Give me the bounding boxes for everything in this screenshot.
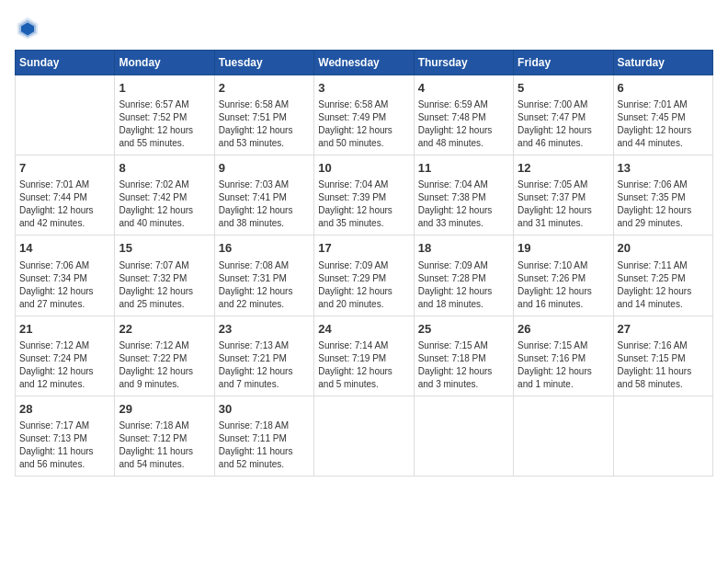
day-number: 13 bbox=[618, 160, 709, 177]
calendar-week-row: 21Sunrise: 7:12 AM Sunset: 7:24 PM Dayli… bbox=[16, 316, 713, 396]
day-info: Sunrise: 6:57 AM Sunset: 7:52 PM Dayligh… bbox=[119, 98, 210, 150]
day-info: Sunrise: 7:13 AM Sunset: 7:21 PM Dayligh… bbox=[219, 339, 310, 391]
weekday-header: Thursday bbox=[414, 51, 513, 75]
calendar-day-cell bbox=[514, 396, 613, 476]
calendar-day-cell: 25Sunrise: 7:15 AM Sunset: 7:18 PM Dayli… bbox=[414, 316, 513, 396]
calendar-day-cell: 13Sunrise: 7:06 AM Sunset: 7:35 PM Dayli… bbox=[613, 155, 712, 236]
day-number: 2 bbox=[219, 80, 310, 97]
day-info: Sunrise: 7:05 AM Sunset: 7:37 PM Dayligh… bbox=[518, 178, 609, 230]
day-number: 26 bbox=[518, 321, 609, 338]
calendar-day-cell: 5Sunrise: 7:00 AM Sunset: 7:47 PM Daylig… bbox=[514, 75, 613, 155]
day-info: Sunrise: 7:01 AM Sunset: 7:45 PM Dayligh… bbox=[618, 98, 709, 150]
day-info: Sunrise: 7:15 AM Sunset: 7:18 PM Dayligh… bbox=[418, 339, 509, 391]
day-number: 20 bbox=[618, 240, 709, 257]
day-number: 29 bbox=[119, 401, 210, 418]
calendar-day-cell: 11Sunrise: 7:04 AM Sunset: 7:38 PM Dayli… bbox=[414, 155, 513, 236]
calendar-day-cell: 24Sunrise: 7:14 AM Sunset: 7:19 PM Dayli… bbox=[314, 316, 414, 396]
weekday-header: Tuesday bbox=[214, 51, 313, 75]
day-number: 3 bbox=[318, 80, 409, 97]
calendar-table: SundayMondayTuesdayWednesdayThursdayFrid… bbox=[15, 50, 713, 477]
calendar-day-cell: 28Sunrise: 7:17 AM Sunset: 7:13 PM Dayli… bbox=[16, 396, 115, 476]
calendar-day-cell bbox=[414, 396, 513, 476]
day-number: 11 bbox=[418, 160, 509, 177]
calendar-day-cell: 16Sunrise: 7:08 AM Sunset: 7:31 PM Dayli… bbox=[214, 236, 313, 316]
page-header bbox=[15, 15, 713, 40]
day-number: 21 bbox=[19, 321, 110, 338]
calendar-day-cell: 15Sunrise: 7:07 AM Sunset: 7:32 PM Dayli… bbox=[115, 236, 214, 316]
day-number: 12 bbox=[518, 160, 609, 177]
day-info: Sunrise: 6:58 AM Sunset: 7:49 PM Dayligh… bbox=[318, 98, 409, 150]
calendar-day-cell: 6Sunrise: 7:01 AM Sunset: 7:45 PM Daylig… bbox=[613, 75, 712, 155]
day-info: Sunrise: 7:06 AM Sunset: 7:35 PM Dayligh… bbox=[618, 178, 709, 230]
calendar-week-row: 7Sunrise: 7:01 AM Sunset: 7:44 PM Daylig… bbox=[16, 155, 713, 236]
day-info: Sunrise: 7:02 AM Sunset: 7:42 PM Dayligh… bbox=[119, 178, 210, 230]
day-number: 8 bbox=[119, 160, 210, 177]
day-number: 16 bbox=[219, 240, 310, 257]
calendar-day-cell: 19Sunrise: 7:10 AM Sunset: 7:26 PM Dayli… bbox=[514, 236, 613, 316]
weekday-header: Saturday bbox=[613, 51, 712, 75]
day-number: 1 bbox=[119, 80, 210, 97]
day-number: 10 bbox=[318, 160, 409, 177]
day-info: Sunrise: 7:10 AM Sunset: 7:26 PM Dayligh… bbox=[518, 259, 609, 311]
day-number: 22 bbox=[119, 321, 210, 338]
day-info: Sunrise: 7:08 AM Sunset: 7:31 PM Dayligh… bbox=[219, 259, 310, 311]
weekday-header: Monday bbox=[115, 51, 214, 75]
calendar-day-cell: 12Sunrise: 7:05 AM Sunset: 7:37 PM Dayli… bbox=[514, 155, 613, 236]
day-info: Sunrise: 7:14 AM Sunset: 7:19 PM Dayligh… bbox=[318, 339, 409, 391]
calendar-week-row: 1Sunrise: 6:57 AM Sunset: 7:52 PM Daylig… bbox=[16, 75, 713, 155]
calendar-day-cell: 17Sunrise: 7:09 AM Sunset: 7:29 PM Dayli… bbox=[314, 236, 414, 316]
calendar-day-cell: 7Sunrise: 7:01 AM Sunset: 7:44 PM Daylig… bbox=[16, 155, 115, 236]
calendar-day-cell: 3Sunrise: 6:58 AM Sunset: 7:49 PM Daylig… bbox=[314, 75, 414, 155]
calendar-day-cell: 18Sunrise: 7:09 AM Sunset: 7:28 PM Dayli… bbox=[414, 236, 513, 316]
day-number: 7 bbox=[19, 160, 110, 177]
calendar-day-cell: 2Sunrise: 6:58 AM Sunset: 7:51 PM Daylig… bbox=[214, 75, 313, 155]
day-number: 4 bbox=[418, 80, 509, 97]
day-number: 27 bbox=[618, 321, 709, 338]
calendar-day-cell: 27Sunrise: 7:16 AM Sunset: 7:15 PM Dayli… bbox=[613, 316, 712, 396]
day-info: Sunrise: 7:12 AM Sunset: 7:24 PM Dayligh… bbox=[19, 339, 110, 391]
calendar-day-cell: 1Sunrise: 6:57 AM Sunset: 7:52 PM Daylig… bbox=[115, 75, 214, 155]
calendar-day-cell: 14Sunrise: 7:06 AM Sunset: 7:34 PM Dayli… bbox=[16, 236, 115, 316]
day-number: 23 bbox=[219, 321, 310, 338]
day-number: 24 bbox=[318, 321, 409, 338]
day-number: 17 bbox=[318, 240, 409, 257]
day-number: 6 bbox=[618, 80, 709, 97]
day-info: Sunrise: 7:04 AM Sunset: 7:39 PM Dayligh… bbox=[318, 178, 409, 230]
weekday-header: Wednesday bbox=[314, 51, 414, 75]
day-info: Sunrise: 7:09 AM Sunset: 7:29 PM Dayligh… bbox=[318, 259, 409, 311]
calendar-day-cell bbox=[314, 396, 414, 476]
day-info: Sunrise: 7:07 AM Sunset: 7:32 PM Dayligh… bbox=[119, 259, 210, 311]
day-number: 15 bbox=[119, 240, 210, 257]
calendar-day-cell: 10Sunrise: 7:04 AM Sunset: 7:39 PM Dayli… bbox=[314, 155, 414, 236]
day-info: Sunrise: 7:17 AM Sunset: 7:13 PM Dayligh… bbox=[19, 419, 110, 471]
day-info: Sunrise: 7:11 AM Sunset: 7:25 PM Dayligh… bbox=[618, 259, 709, 311]
day-number: 25 bbox=[418, 321, 509, 338]
logo-icon bbox=[15, 15, 40, 40]
calendar-day-cell bbox=[613, 396, 712, 476]
weekday-header: Friday bbox=[514, 51, 613, 75]
calendar-day-cell: 29Sunrise: 7:18 AM Sunset: 7:12 PM Dayli… bbox=[115, 396, 214, 476]
day-info: Sunrise: 7:04 AM Sunset: 7:38 PM Dayligh… bbox=[418, 178, 509, 230]
calendar-day-cell: 22Sunrise: 7:12 AM Sunset: 7:22 PM Dayli… bbox=[115, 316, 214, 396]
weekday-header: Sunday bbox=[16, 51, 115, 75]
calendar-week-row: 28Sunrise: 7:17 AM Sunset: 7:13 PM Dayli… bbox=[16, 396, 713, 476]
day-info: Sunrise: 6:59 AM Sunset: 7:48 PM Dayligh… bbox=[418, 98, 509, 150]
weekday-header-row: SundayMondayTuesdayWednesdayThursdayFrid… bbox=[16, 51, 713, 75]
day-info: Sunrise: 7:09 AM Sunset: 7:28 PM Dayligh… bbox=[418, 259, 509, 311]
calendar-day-cell: 20Sunrise: 7:11 AM Sunset: 7:25 PM Dayli… bbox=[613, 236, 712, 316]
day-info: Sunrise: 7:06 AM Sunset: 7:34 PM Dayligh… bbox=[19, 259, 110, 311]
day-info: Sunrise: 7:16 AM Sunset: 7:15 PM Dayligh… bbox=[618, 339, 709, 391]
day-info: Sunrise: 6:58 AM Sunset: 7:51 PM Dayligh… bbox=[219, 98, 310, 150]
calendar-day-cell: 30Sunrise: 7:18 AM Sunset: 7:11 PM Dayli… bbox=[214, 396, 313, 476]
day-number: 30 bbox=[219, 401, 310, 418]
day-info: Sunrise: 7:12 AM Sunset: 7:22 PM Dayligh… bbox=[119, 339, 210, 391]
day-number: 18 bbox=[418, 240, 509, 257]
day-info: Sunrise: 7:03 AM Sunset: 7:41 PM Dayligh… bbox=[219, 178, 310, 230]
day-info: Sunrise: 7:18 AM Sunset: 7:11 PM Dayligh… bbox=[219, 419, 310, 471]
calendar-day-cell: 8Sunrise: 7:02 AM Sunset: 7:42 PM Daylig… bbox=[115, 155, 214, 236]
day-number: 28 bbox=[19, 401, 110, 418]
day-info: Sunrise: 7:18 AM Sunset: 7:12 PM Dayligh… bbox=[119, 419, 210, 471]
day-info: Sunrise: 7:15 AM Sunset: 7:16 PM Dayligh… bbox=[518, 339, 609, 391]
day-number: 9 bbox=[219, 160, 310, 177]
day-number: 19 bbox=[518, 240, 609, 257]
